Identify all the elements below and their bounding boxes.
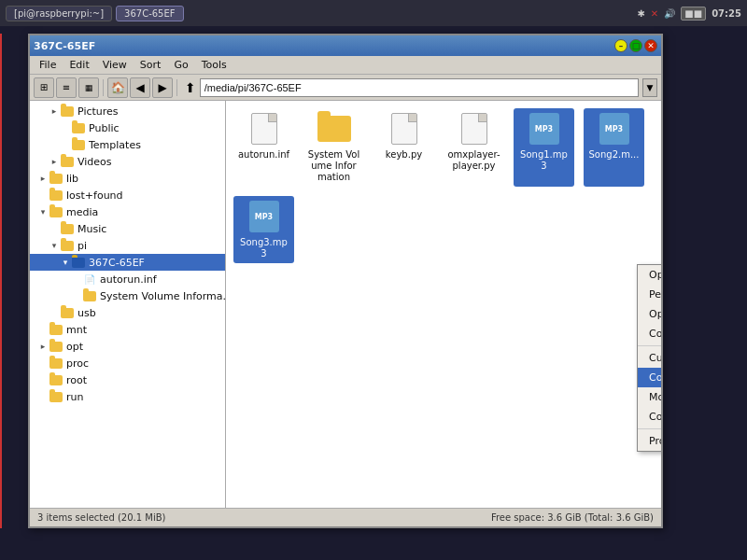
label-videos: Videos — [78, 156, 112, 168]
folder-icon-opt — [49, 339, 63, 354]
toggle-proc — [37, 357, 49, 369]
sidebar-item-root[interactable]: root — [30, 371, 225, 388]
terminal-label: [pi@raspberrypi:~] — [14, 8, 104, 19]
minimize-button[interactable]: – — [614, 39, 627, 52]
folder-icon-367c — [71, 255, 86, 270]
file-omxplayer[interactable]: omxplayer-player.py — [444, 108, 504, 187]
label-opt: opt — [66, 341, 83, 353]
sidebar-item-sysvolume[interactable]: System Volume Informa... — [30, 287, 225, 304]
home-button[interactable]: 🏠 — [107, 77, 128, 98]
folder-icon-music — [60, 221, 75, 236]
terminal-task[interactable]: [pi@raspberrypi:~] — [6, 6, 112, 21]
toggle-sysvolume — [71, 290, 82, 301]
context-menu: Open Pemain media VLC Open With... Compr… — [637, 264, 661, 452]
sidebar-item-music[interactable]: Music — [30, 220, 225, 237]
folder-icon-proc — [49, 356, 63, 371]
title-bar: 367C-65EF – □ ✕ — [30, 35, 661, 56]
forward-button[interactable]: ▶ — [152, 77, 173, 98]
ctx-compress[interactable]: Compress... — [638, 324, 661, 343]
folder-icon-sysvolume — [82, 288, 97, 303]
toggle-music — [49, 223, 60, 234]
maximize-button[interactable]: □ — [629, 39, 642, 52]
label-pictures: Pictures — [78, 105, 119, 118]
folder-icon-usb — [60, 305, 75, 320]
sidebar-item-pictures[interactable]: ▸ Pictures — [30, 103, 225, 119]
sidebar-item-pi[interactable]: ▾ pi — [30, 237, 225, 254]
folder-icon-public — [71, 120, 86, 135]
sidebar-item-run[interactable]: run — [30, 388, 225, 405]
sidebar-item-mnt[interactable]: mnt — [30, 321, 225, 338]
ctx-cut[interactable]: Cut — [638, 348, 661, 368]
ctx-separator-2 — [638, 428, 661, 429]
file-song1[interactable]: MP3 Song1.mp3 — [514, 108, 574, 187]
toggle-videos: ▸ — [49, 156, 60, 167]
folder-icon-lostfound — [49, 188, 63, 203]
ctx-copy[interactable]: Copy — [638, 368, 661, 387]
menu-bar: File Edit View Sort Go Tools — [30, 56, 661, 75]
sidebar-item-proc[interactable]: proc — [30, 355, 225, 371]
file-sysvolume[interactable]: System Volume Information — [303, 108, 364, 187]
status-bar: 3 items selected (20.1 MiB) Free space: … — [30, 508, 661, 526]
compact-view-button[interactable]: ▦ — [78, 77, 99, 98]
filemanager-label: 367C-65EF — [124, 8, 175, 19]
icon-view-button[interactable]: ⊞ — [34, 77, 54, 98]
label-keyb-file: keyb.py — [386, 149, 422, 161]
ctx-move-trash[interactable]: Move to Trash — [638, 387, 661, 407]
sidebar-item-videos[interactable]: ▸ Videos — [30, 153, 225, 170]
sidebar-item-opt[interactable]: ▸ opt — [30, 338, 225, 355]
sidebar: ▸ Pictures Public Templates ▸ Videos ▸ — [30, 101, 226, 508]
toggle-367c: ▾ — [60, 257, 71, 268]
toggle-pi: ▾ — [49, 240, 60, 251]
window-title: 367C-65EF — [34, 40, 95, 52]
folder-icon-root — [49, 372, 63, 387]
icon-song3: MP3 — [247, 200, 281, 233]
sidebar-item-usb[interactable]: usb — [30, 304, 225, 321]
label-music: Music — [78, 223, 106, 235]
label-omxplayer-file: omxplayer-player.py — [447, 149, 500, 172]
icon-autorun — [247, 112, 281, 146]
toggle-opt: ▸ — [37, 341, 49, 352]
ctx-open-with[interactable]: Open With... — [638, 304, 661, 324]
close-button[interactable]: ✕ — [644, 39, 657, 52]
sidebar-item-lostfound[interactable]: lost+found — [30, 187, 225, 203]
sidebar-item-lib[interactable]: ▸ lib — [30, 170, 225, 187]
menu-go[interactable]: Go — [168, 58, 193, 72]
menu-sort[interactable]: Sort — [134, 58, 167, 72]
file-song3[interactable]: MP3 Song3.mp3 — [233, 196, 294, 263]
ctx-copy-path[interactable]: Copy Path(s) — [638, 407, 661, 427]
menu-view[interactable]: View — [97, 58, 133, 72]
folder-icon-lib — [49, 171, 63, 186]
location-input[interactable] — [200, 78, 639, 97]
menu-edit[interactable]: Edit — [63, 58, 94, 72]
status-selected: 3 items selected (20.1 MiB) — [37, 512, 165, 523]
back-button[interactable]: ◀ — [130, 77, 150, 98]
status-freespace: Free space: 3.6 GiB (Total: 3.6 GiB) — [491, 512, 654, 523]
ctx-vlc[interactable]: Pemain media VLC — [638, 285, 661, 304]
file-manager-window: 367C-65EF – □ ✕ File Edit View Sort Go T… — [28, 34, 663, 528]
menu-tools[interactable]: Tools — [196, 58, 233, 72]
list-view-button[interactable]: ≡ — [56, 77, 77, 98]
clock: 07:25 — [712, 8, 741, 19]
ctx-properties[interactable]: Properties — [638, 431, 661, 451]
sidebar-item-autorun[interactable]: 📄 autorun.inf — [30, 271, 225, 287]
label-mnt: mnt — [66, 324, 87, 336]
title-bar-buttons: – □ ✕ — [614, 39, 657, 52]
file-autorun[interactable]: autorun.inf — [233, 108, 294, 187]
ctx-open[interactable]: Open — [638, 265, 661, 285]
file-keyb[interactable]: keyb.py — [374, 108, 434, 187]
filemanager-task[interactable]: 367C-65EF — [116, 6, 183, 21]
sidebar-item-media[interactable]: ▾ media — [30, 203, 225, 220]
label-lib: lib — [66, 173, 78, 185]
file-icon-autorun: 📄 — [82, 272, 97, 287]
location-dropdown[interactable]: ▼ — [642, 78, 657, 97]
sidebar-item-367c[interactable]: ▾ 367C-65EF — [30, 254, 225, 271]
file-area: autorun.inf System Volume Information ke… — [226, 101, 661, 508]
icon-song2: MP3 — [598, 112, 631, 146]
sidebar-item-public[interactable]: Public — [30, 119, 225, 136]
file-song2[interactable]: MP3 Song2.m... — [584, 108, 644, 187]
folder-icon-pictures — [60, 104, 75, 119]
menu-file[interactable]: File — [34, 58, 62, 72]
sidebar-item-templates[interactable]: Templates — [30, 136, 225, 153]
files-grid: autorun.inf System Volume Information ke… — [233, 108, 654, 263]
bluetooth-icon: ✱ — [637, 8, 644, 19]
